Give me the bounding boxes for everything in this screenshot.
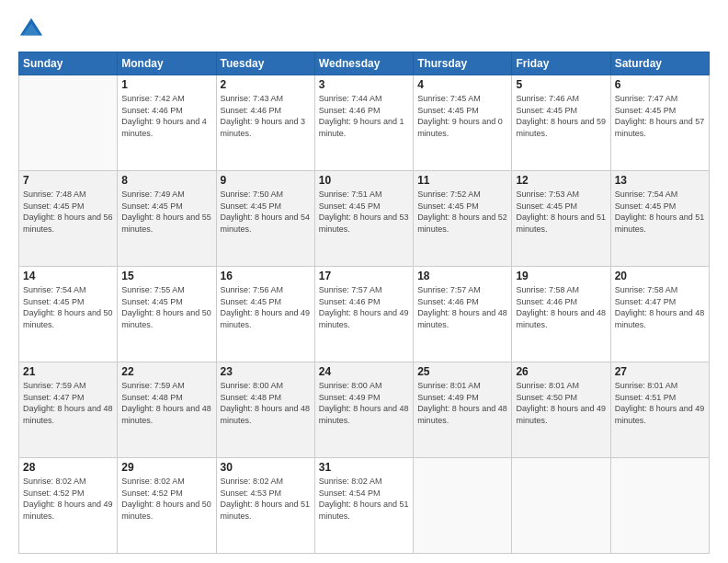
calendar-cell: 30Sunrise: 8:02 AMSunset: 4:53 PMDayligh…: [216, 458, 314, 554]
day-number: 6: [615, 78, 705, 91]
day-info: Sunrise: 7:42 AMSunset: 4:46 PMDaylight:…: [121, 93, 211, 139]
weekday-header-tuesday: Tuesday: [216, 52, 314, 75]
day-number: 8: [121, 174, 211, 187]
day-number: 13: [615, 174, 705, 187]
calendar-cell: 6Sunrise: 7:47 AMSunset: 4:45 PMDaylight…: [610, 75, 709, 171]
logo: [18, 17, 48, 42]
page: SundayMondayTuesdayWednesdayThursdayFrid…: [0, 0, 728, 563]
day-number: 20: [615, 270, 705, 282]
weekday-header-sunday: Sunday: [19, 52, 118, 75]
day-info: Sunrise: 7:54 AMSunset: 4:45 PMDaylight:…: [615, 189, 705, 235]
calendar-week-row: 14Sunrise: 7:54 AMSunset: 4:45 PMDayligh…: [19, 267, 710, 362]
day-info: Sunrise: 7:51 AMSunset: 4:45 PMDaylight:…: [319, 189, 409, 235]
day-number: 16: [221, 270, 311, 282]
weekday-header-friday: Friday: [512, 52, 610, 75]
day-info: Sunrise: 8:02 AMSunset: 4:52 PMDaylight:…: [23, 476, 113, 522]
day-number: 10: [319, 174, 409, 187]
day-number: 2: [221, 78, 311, 91]
header: [18, 17, 710, 42]
day-number: 1: [121, 78, 211, 91]
day-number: 24: [319, 365, 409, 378]
calendar-cell: 29Sunrise: 8:02 AMSunset: 4:52 PMDayligh…: [118, 458, 216, 554]
calendar-cell: 10Sunrise: 7:51 AMSunset: 4:45 PMDayligh…: [314, 171, 413, 267]
logo-icon: [18, 17, 44, 42]
calendar-cell: 4Sunrise: 7:45 AMSunset: 4:45 PMDaylight…: [414, 75, 512, 171]
day-info: Sunrise: 7:59 AMSunset: 4:48 PMDaylight:…: [121, 380, 211, 426]
day-number: 11: [417, 174, 507, 187]
day-number: 30: [221, 461, 311, 474]
day-number: 15: [121, 270, 211, 282]
day-info: Sunrise: 7:57 AMSunset: 4:46 PMDaylight:…: [417, 284, 507, 330]
day-number: 9: [221, 174, 311, 187]
calendar-cell: 5Sunrise: 7:46 AMSunset: 4:45 PMDaylight…: [512, 75, 610, 171]
weekday-header-wednesday: Wednesday: [314, 52, 413, 75]
day-info: Sunrise: 7:52 AMSunset: 4:45 PMDaylight:…: [417, 189, 507, 235]
day-info: Sunrise: 8:00 AMSunset: 4:48 PMDaylight:…: [221, 380, 311, 426]
day-number: 27: [615, 365, 705, 378]
calendar-cell: 11Sunrise: 7:52 AMSunset: 4:45 PMDayligh…: [414, 171, 512, 267]
calendar-cell: 3Sunrise: 7:44 AMSunset: 4:46 PMDaylight…: [314, 75, 413, 171]
day-info: Sunrise: 7:44 AMSunset: 4:46 PMDaylight:…: [319, 93, 409, 139]
day-info: Sunrise: 7:49 AMSunset: 4:45 PMDaylight:…: [121, 189, 211, 235]
calendar-cell: 13Sunrise: 7:54 AMSunset: 4:45 PMDayligh…: [610, 171, 709, 267]
day-info: Sunrise: 8:02 AMSunset: 4:53 PMDaylight:…: [221, 476, 311, 522]
calendar-week-row: 1Sunrise: 7:42 AMSunset: 4:46 PMDaylight…: [19, 75, 710, 171]
day-info: Sunrise: 8:02 AMSunset: 4:54 PMDaylight:…: [319, 476, 409, 522]
day-number: 21: [23, 365, 113, 378]
calendar-table: SundayMondayTuesdayWednesdayThursdayFrid…: [18, 52, 710, 554]
day-info: Sunrise: 7:56 AMSunset: 4:45 PMDaylight:…: [221, 284, 311, 330]
calendar-cell: [19, 75, 118, 171]
day-info: Sunrise: 7:58 AMSunset: 4:47 PMDaylight:…: [615, 284, 705, 330]
day-info: Sunrise: 7:45 AMSunset: 4:45 PMDaylight:…: [417, 93, 507, 139]
calendar-week-row: 28Sunrise: 8:02 AMSunset: 4:52 PMDayligh…: [19, 458, 710, 554]
day-number: 25: [417, 365, 507, 378]
weekday-header-saturday: Saturday: [610, 52, 709, 75]
calendar-cell: 7Sunrise: 7:48 AMSunset: 4:45 PMDaylight…: [19, 171, 118, 267]
day-number: 4: [417, 78, 507, 91]
day-number: 3: [319, 78, 409, 91]
day-info: Sunrise: 7:53 AMSunset: 4:45 PMDaylight:…: [516, 189, 606, 235]
day-info: Sunrise: 7:48 AMSunset: 4:45 PMDaylight:…: [23, 189, 113, 235]
calendar-cell: 17Sunrise: 7:57 AMSunset: 4:46 PMDayligh…: [314, 267, 413, 362]
calendar-cell: 15Sunrise: 7:55 AMSunset: 4:45 PMDayligh…: [118, 267, 216, 362]
calendar-cell: 31Sunrise: 8:02 AMSunset: 4:54 PMDayligh…: [314, 458, 413, 554]
day-info: Sunrise: 7:57 AMSunset: 4:46 PMDaylight:…: [319, 284, 409, 330]
calendar-cell: [512, 458, 610, 554]
calendar-cell: 18Sunrise: 7:57 AMSunset: 4:46 PMDayligh…: [414, 267, 512, 362]
calendar-cell: 26Sunrise: 8:01 AMSunset: 4:50 PMDayligh…: [512, 362, 610, 458]
day-number: 12: [516, 174, 606, 187]
day-number: 31: [319, 461, 409, 474]
day-number: 19: [516, 270, 606, 282]
calendar-cell: 20Sunrise: 7:58 AMSunset: 4:47 PMDayligh…: [610, 267, 709, 362]
weekday-header-thursday: Thursday: [414, 52, 512, 75]
day-number: 18: [417, 270, 507, 282]
day-info: Sunrise: 7:50 AMSunset: 4:45 PMDaylight:…: [221, 189, 311, 235]
day-number: 23: [221, 365, 311, 378]
calendar-cell: 8Sunrise: 7:49 AMSunset: 4:45 PMDaylight…: [118, 171, 216, 267]
day-info: Sunrise: 8:01 AMSunset: 4:51 PMDaylight:…: [615, 380, 705, 426]
day-info: Sunrise: 7:46 AMSunset: 4:45 PMDaylight:…: [516, 93, 606, 139]
calendar-cell: 24Sunrise: 8:00 AMSunset: 4:49 PMDayligh…: [314, 362, 413, 458]
day-info: Sunrise: 8:02 AMSunset: 4:52 PMDaylight:…: [121, 476, 211, 522]
calendar-cell: 22Sunrise: 7:59 AMSunset: 4:48 PMDayligh…: [118, 362, 216, 458]
calendar-cell: 16Sunrise: 7:56 AMSunset: 4:45 PMDayligh…: [216, 267, 314, 362]
weekday-header-monday: Monday: [118, 52, 216, 75]
day-info: Sunrise: 8:01 AMSunset: 4:49 PMDaylight:…: [417, 380, 507, 426]
calendar-cell: [414, 458, 512, 554]
day-number: 7: [23, 174, 113, 187]
calendar-cell: 9Sunrise: 7:50 AMSunset: 4:45 PMDaylight…: [216, 171, 314, 267]
day-number: 28: [23, 461, 113, 474]
calendar-cell: 25Sunrise: 8:01 AMSunset: 4:49 PMDayligh…: [414, 362, 512, 458]
calendar-week-row: 7Sunrise: 7:48 AMSunset: 4:45 PMDaylight…: [19, 171, 710, 267]
day-info: Sunrise: 7:59 AMSunset: 4:47 PMDaylight:…: [23, 380, 113, 426]
day-info: Sunrise: 8:01 AMSunset: 4:50 PMDaylight:…: [516, 380, 606, 426]
day-info: Sunrise: 7:43 AMSunset: 4:46 PMDaylight:…: [221, 93, 311, 139]
calendar-week-row: 21Sunrise: 7:59 AMSunset: 4:47 PMDayligh…: [19, 362, 710, 458]
day-info: Sunrise: 7:55 AMSunset: 4:45 PMDaylight:…: [121, 284, 211, 330]
day-number: 5: [516, 78, 606, 91]
calendar-cell: [610, 458, 709, 554]
day-number: 22: [121, 365, 211, 378]
calendar-cell: 23Sunrise: 8:00 AMSunset: 4:48 PMDayligh…: [216, 362, 314, 458]
day-number: 26: [516, 365, 606, 378]
day-number: 14: [23, 270, 113, 282]
